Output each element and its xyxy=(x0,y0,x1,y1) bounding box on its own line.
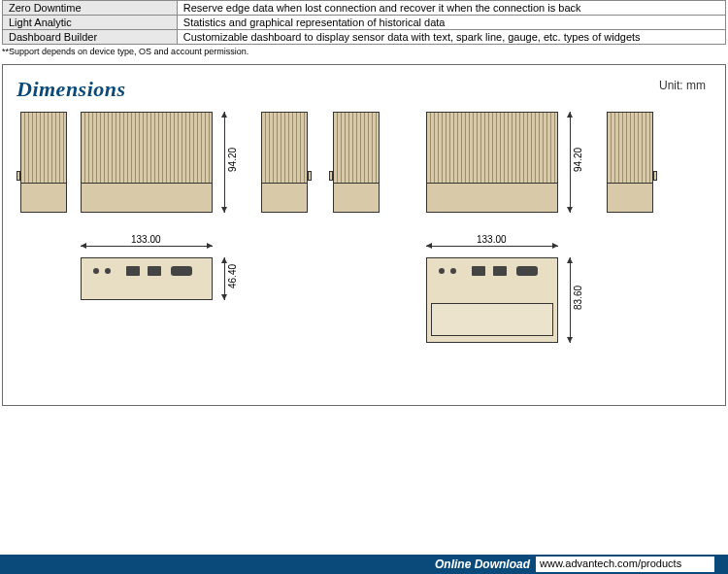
device-side-view xyxy=(333,112,380,213)
device-side-view xyxy=(607,112,653,213)
spec-desc: Reserve edge data when lost connection a… xyxy=(177,1,725,16)
spec-label: Dashboard Builder xyxy=(3,30,178,45)
online-download-url[interactable]: www.advantech.com/products xyxy=(536,557,714,572)
dim-depth-a-label: 46.40 xyxy=(227,264,238,288)
online-download-label: Online Download xyxy=(435,557,530,571)
device-front-view xyxy=(81,257,213,300)
table-row: Light Analytic Statistics and graphical … xyxy=(3,16,726,30)
device-side-view xyxy=(20,112,67,213)
dimensions-unit: Unit: mm xyxy=(659,79,706,92)
spec-desc: Statistics and graphical representation … xyxy=(177,16,725,30)
dimensions-section: Dimensions Unit: mm 94.20 94.20 xyxy=(2,64,726,406)
device-rear-view xyxy=(426,257,558,343)
spec-label: Light Analytic xyxy=(3,16,178,30)
drawings-area: 94.20 94.20 133.00 46.40 xyxy=(17,108,711,391)
dim-height-label-1: 94.20 xyxy=(227,148,238,172)
footnote-text: **Support depends on device type, OS and… xyxy=(2,47,726,56)
spec-desc: Customizable dashboard to display sensor… xyxy=(177,30,725,45)
dimensions-title: Dimensions xyxy=(17,77,711,102)
dim-width-label-2: 133.00 xyxy=(477,234,507,245)
device-side-view xyxy=(261,112,308,213)
spec-table: Zero Downtime Reserve edge data when los… xyxy=(2,0,726,45)
dim-width-label-1: 133.00 xyxy=(131,234,161,245)
dim-height-label-2: 94.20 xyxy=(573,148,583,172)
table-row: Dashboard Builder Customizable dashboard… xyxy=(3,30,726,45)
footer-bar: Online Download www.advantech.com/produc… xyxy=(0,555,728,574)
device-top-view xyxy=(426,112,558,213)
dim-depth-b-label: 83.60 xyxy=(573,286,583,310)
spec-label: Zero Downtime xyxy=(3,1,178,16)
table-row: Zero Downtime Reserve edge data when los… xyxy=(3,1,726,16)
device-top-view xyxy=(81,112,213,213)
